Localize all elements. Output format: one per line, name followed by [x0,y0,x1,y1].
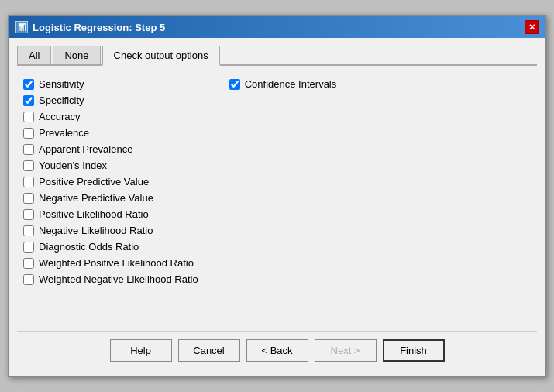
list-item: Apparent Prevalence [23,143,198,155]
list-item: Diagnostic Odds Ratio [23,241,198,253]
nlr-checkbox[interactable] [23,225,34,236]
youdens-index-checkbox[interactable] [23,160,34,171]
title-bar-left: 📊 Logistic Regression: Step 5 [15,21,165,33]
close-button[interactable]: ✕ [525,20,539,34]
checkbox-list: Sensitivity Specificity Accuracy Prevale… [23,78,198,328]
title-bar: 📊 Logistic Regression: Step 5 ✕ [9,16,545,38]
right-section: Confidence Intervals [229,78,337,328]
wplr-label: Weighted Positive Likelihood Ratio [39,257,194,269]
list-item: Negative Likelihood Ratio [23,225,198,236]
npv-label: Negative Predictive Value [39,192,153,204]
wplr-checkbox[interactable] [23,258,34,269]
list-item: Specificity [23,95,198,106]
tab-check-output[interactable]: Check output options [102,46,220,66]
main-area: Sensitivity Specificity Accuracy Prevale… [17,75,537,331]
wnlr-label: Weighted Negative Likelihood Ratio [39,273,198,285]
list-item: Youden's Index [23,160,198,171]
specificity-label: Specificity [39,95,84,106]
list-item: Prevalence [23,127,198,139]
cancel-button[interactable]: Cancel [178,339,240,362]
tab-none[interactable]: None [53,46,100,64]
accuracy-label: Accuracy [39,111,80,122]
next-button[interactable]: Next > [315,339,377,362]
sensitivity-label: Sensitivity [39,78,84,90]
accuracy-checkbox[interactable] [23,112,34,122]
confidence-intervals-checkbox[interactable] [229,79,240,90]
list-item: Weighted Negative Likelihood Ratio [23,273,198,285]
list-item: Negative Predictive Value [23,192,198,204]
apparent-prevalence-label: Apparent Prevalence [39,143,132,155]
list-item: Sensitivity [23,78,198,90]
list-item: Weighted Positive Likelihood Ratio [23,257,198,269]
plr-label: Positive Likelihood Ratio [39,208,149,220]
main-window: 📊 Logistic Regression: Step 5 ✕ All None… [8,15,546,377]
prevalence-label: Prevalence [39,127,89,139]
window-icon: 📊 [15,21,28,33]
npv-checkbox[interactable] [23,193,34,204]
prevalence-checkbox[interactable] [23,128,34,139]
plr-checkbox[interactable] [23,209,34,220]
tab-bar: All None Check output options [17,46,537,66]
list-item: Confidence Intervals [229,78,337,90]
tab-all[interactable]: All [17,46,51,64]
dor-label: Diagnostic Odds Ratio [39,241,139,253]
apparent-prevalence-checkbox[interactable] [23,144,34,155]
ppv-label: Positive Predictive Value [39,176,149,187]
confidence-intervals-label: Confidence Intervals [245,78,337,90]
list-item: Accuracy [23,111,198,122]
dor-checkbox[interactable] [23,242,34,253]
help-button[interactable]: Help [110,339,172,362]
sensitivity-checkbox[interactable] [23,79,34,90]
footer: Help Cancel < Back Next > Finish [17,331,537,368]
nlr-label: Negative Likelihood Ratio [39,225,153,236]
ppv-checkbox[interactable] [23,177,34,187]
wnlr-checkbox[interactable] [23,274,34,285]
finish-button[interactable]: Finish [383,339,445,362]
list-item: Positive Predictive Value [23,176,198,187]
specificity-checkbox[interactable] [23,95,34,106]
youdens-index-label: Youden's Index [39,160,107,171]
back-button[interactable]: < Back [246,339,308,362]
list-item: Positive Likelihood Ratio [23,208,198,220]
window-content: All None Check output options Sensitivit… [9,38,545,376]
window-title: Logistic Regression: Step 5 [33,22,165,33]
